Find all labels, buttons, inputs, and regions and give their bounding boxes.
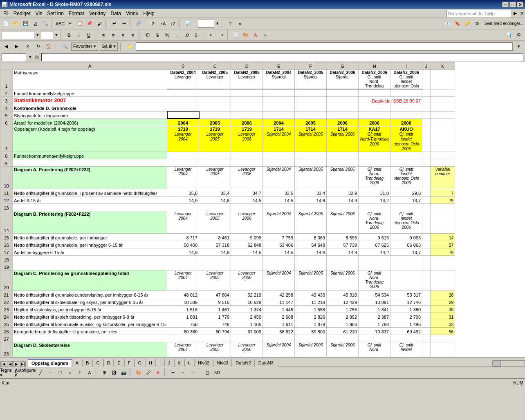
cell-g10[interactable]: Stjørdal 2006 [327, 166, 359, 189]
cell-b6[interactable]: 2004 [167, 118, 199, 126]
tab-c[interactable]: C [93, 359, 103, 367]
tab-i[interactable]: I [156, 359, 164, 367]
autosum-button[interactable]: Σ [149, 19, 158, 28]
menu-rediger[interactable]: Rediger [11, 10, 33, 17]
cell-i10[interactable]: Gj. snittlandetutenoem Oslo2006 [390, 166, 422, 189]
format-painter-button[interactable]: 🖌 [95, 19, 104, 28]
comma-button[interactable]: , [173, 31, 182, 40]
draw-menu-button[interactable]: Tegne ▾ [2, 368, 11, 377]
cell-c2[interactable] [199, 89, 231, 96]
cell-a7[interactable]: Oppslagsnr (Kode på 4 tegn for oppslag) [13, 126, 167, 152]
cell-b1[interactable]: DataN2_2004Levanger [167, 70, 199, 89]
hyperlink-button[interactable]: 🔗 [134, 19, 143, 28]
close-button[interactable]: ✕ [517, 2, 523, 7]
cell-f1[interactable]: DataN2_2005Stjørdal [295, 70, 327, 89]
cell-a2[interactable]: Funnet kommunelfylkelgruppe [13, 89, 167, 96]
cell-b10[interactable]: Levanger2004 [167, 166, 199, 189]
cell-k3[interactable] [431, 96, 455, 104]
tab-last-button[interactable]: ▶| [20, 361, 26, 367]
copy-button[interactable]: 📋 [75, 19, 84, 28]
cell-f2[interactable] [295, 89, 327, 96]
cell-h3[interactable]: Datakilde: SSB 28.09.07 [359, 96, 422, 104]
cell-e7[interactable]: 1714Stjørdal 2004 [263, 126, 295, 152]
merge-center-button[interactable]: ⊞ [143, 31, 152, 40]
redo-button[interactable]: ↪ [119, 19, 128, 28]
currency-button[interactable]: $ [153, 31, 162, 40]
percent-button[interactable]: % [163, 31, 172, 40]
cell-g3[interactable] [327, 96, 359, 104]
rectangle-button[interactable]: □ [56, 368, 65, 377]
autofigurer-button[interactable]: Autofigurer ▾ [21, 368, 30, 377]
tab-g[interactable]: G [135, 359, 146, 367]
cell-a6[interactable]: Årstall for modellen (2004-2006) [13, 118, 167, 126]
tab-e[interactable]: E [114, 359, 124, 367]
cell-d10[interactable]: Levanger2006 [231, 166, 263, 189]
cell-e1[interactable]: DataN2_2004Stjørdal [263, 70, 295, 89]
extra-button2[interactable]: 🔖 [453, 19, 462, 28]
col-header-f[interactable]: F [295, 63, 327, 70]
line-button[interactable]: ╱ [36, 368, 45, 377]
decrease-decimal-button[interactable]: 0. [192, 31, 201, 40]
tab-d[interactable]: D [103, 359, 114, 367]
cell-b11[interactable]: 35,8 [167, 189, 199, 196]
extra-button1[interactable]: 📧 [443, 19, 452, 28]
sort-desc-button[interactable]: ↓Z [168, 19, 177, 28]
tab-niva3[interactable]: Nivå3 [213, 359, 232, 367]
align-center-button[interactable]: ≡ [109, 31, 118, 40]
cell-a12[interactable]: Andel 6-15 år [13, 196, 167, 203]
cell-h11[interactable]: 31,0 [359, 189, 390, 196]
paste-button[interactable]: 📌 [85, 19, 94, 28]
more-toolbar-button[interactable]: » [236, 19, 245, 28]
stop-button[interactable]: ✕ [23, 42, 32, 51]
cell-j6[interactable] [422, 118, 431, 126]
line-color-button[interactable]: 🖊 [144, 368, 153, 377]
cell-f3[interactable] [295, 96, 327, 104]
cell-c10[interactable]: Levanger2005 [199, 166, 231, 189]
borders-button[interactable]: ⬜ [231, 31, 240, 40]
tab-f[interactable]: F [124, 359, 135, 367]
cell-a5[interactable]: Styringsark for diagrammer [13, 111, 167, 118]
cell-j3[interactable] [422, 96, 431, 104]
cell-j11[interactable] [422, 189, 431, 196]
cell-c1[interactable]: DataN2_2005Levanger [199, 70, 231, 89]
cell-e11[interactable]: 33,5 [263, 189, 295, 196]
cell-a9[interactable] [13, 159, 167, 166]
spell-check-button[interactable]: ABC [56, 19, 65, 28]
menu-vis[interactable]: Vis [33, 10, 45, 17]
increase-decimal-button[interactable]: .0 [182, 31, 191, 40]
open-button[interactable]: 📂 [11, 19, 20, 28]
cell-a3[interactable]: Statistikkmotor 2007 [13, 96, 167, 104]
cell-b5[interactable] [167, 111, 199, 118]
cell-d7[interactable]: 1719Levanger2006 [231, 126, 263, 152]
wordart-button[interactable]: A [85, 368, 94, 377]
textbox-button[interactable]: T [75, 368, 84, 377]
picture-button[interactable]: 📷 [119, 368, 128, 377]
cell-c6[interactable]: 2005 [199, 118, 231, 126]
font-color-draw-button[interactable]: A [154, 368, 163, 377]
font-name-input[interactable]: Arial [2, 31, 34, 39]
tab-oppslag-diagram[interactable]: Oppslag diagram [28, 359, 72, 367]
shadow-button[interactable]: ◻ [203, 368, 212, 377]
font-color-button[interactable]: A [251, 31, 260, 40]
formula-input[interactable] [41, 53, 523, 61]
cell-g1[interactable]: DataN2_2006Stjørdal [327, 70, 359, 89]
cell-e6[interactable]: 2004 [263, 118, 295, 126]
font-size-input[interactable]: 16 [41, 31, 53, 39]
decrease-indent-button[interactable]: ⇤ [207, 31, 216, 40]
arrow-button[interactable]: → [46, 368, 55, 377]
cell-a10[interactable]: Diagram A. Prioritering (F202+F222) [13, 166, 167, 189]
cell-d2[interactable] [231, 89, 263, 96]
cell-b2[interactable] [167, 89, 199, 96]
cell-j2[interactable] [422, 89, 431, 96]
cell-g6[interactable]: 2006 [327, 118, 359, 126]
menu-hjelp[interactable]: Hjelp [141, 10, 157, 17]
undo-button[interactable]: ↩ [110, 19, 119, 28]
cell-d3[interactable] [231, 96, 263, 104]
col-header-k[interactable]: K [431, 63, 455, 70]
tab-niva2[interactable]: Nivå2 [194, 359, 213, 367]
col-header-h[interactable]: H [359, 63, 390, 70]
cell-k10[interactable]: Variabelnummer [431, 166, 455, 189]
cell-f7[interactable]: 1714Stjørdal 2005 [295, 126, 327, 152]
cell-ref-dropdown[interactable]: ▾ [28, 53, 33, 62]
address-input[interactable]: \\tora\HHO\Utvikling kommunebilder\Kommu… [136, 42, 513, 51]
